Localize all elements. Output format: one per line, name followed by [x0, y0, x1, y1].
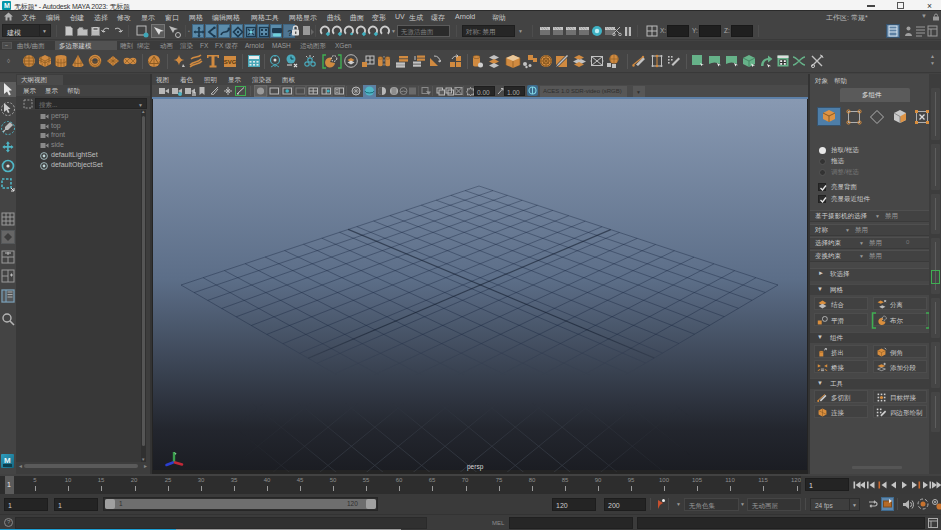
svg-text:SVG: SVG: [224, 59, 237, 65]
